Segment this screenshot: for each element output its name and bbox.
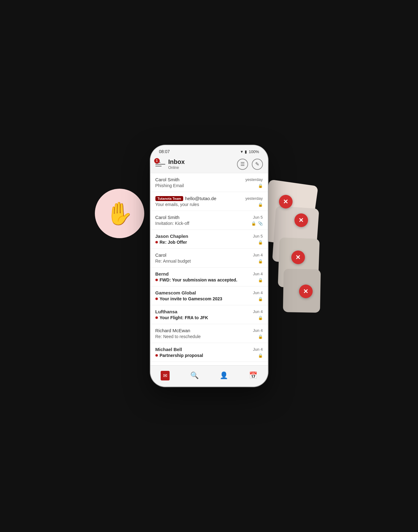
email-top-row-6: BerndJun 4 (155, 271, 263, 277)
email-item-4[interactable]: Jason ChaplenJun 5Re: Job Offer🔒 (150, 230, 268, 249)
lock-icon: 🔒 (258, 297, 263, 301)
filter-button[interactable]: ☰ (237, 159, 248, 170)
person-icon: 👤 (220, 371, 228, 380)
email-subject-4: Re: Job Offer (155, 240, 187, 245)
email-date-9: Jun 4 (253, 328, 263, 333)
email-bottom-row-10: Partnership proposal🔒 (155, 353, 263, 358)
lock-icon: 🔒 (251, 221, 256, 226)
compose-button[interactable]: ✎ (252, 159, 263, 170)
email-sender-8: Lufthansa (155, 309, 178, 314)
delete-button-3[interactable]: ✕ (291, 251, 305, 264)
unread-dot (155, 316, 158, 319)
nav-mail[interactable]: ✉ (156, 369, 174, 382)
email-subject-1: Phishing Email (155, 183, 184, 188)
nav-search[interactable]: 🔍 (185, 369, 204, 382)
status-bar: 08:07 ▾ ▮ 100% (150, 145, 268, 156)
email-icons-2: 🔒 (258, 202, 263, 207)
email-bottom-row-8: Your Flight: FRA to JFK🔒 (155, 315, 263, 320)
email-sender-9: Richard McEwan (155, 328, 190, 333)
phone: 08:07 ▾ ▮ 100% 1 Inbox Online (150, 145, 268, 387)
email-item-6[interactable]: BerndJun 4FWD: Your submission was accep… (150, 268, 268, 286)
email-item-1[interactable]: Carol SmithyesterdayPhishing Email🔒 (150, 173, 268, 192)
email-bottom-row-5: Re: Annual budget🔒 (155, 259, 263, 264)
email-bottom-row-4: Re: Job Offer🔒 (155, 240, 263, 245)
email-bottom-row-7: Your invite to Gamescom 2023🔒 (155, 296, 263, 301)
email-date-2: yesterday (245, 196, 263, 201)
email-sender-6: Bernd (155, 271, 169, 277)
scene: ✋ ✕ ✕ ✕ ✕ 08:07 ▾ ▮ 100% 1 (104, 133, 314, 399)
email-icons-8: 🔒 (258, 315, 263, 320)
email-date-7: Jun 4 (253, 290, 263, 295)
lock-icon: 🔒 (258, 334, 263, 339)
calendar-icon: 📅 (249, 371, 257, 380)
online-status: Online (168, 165, 237, 170)
email-top-row-8: LufthansaJun 4 (155, 309, 263, 314)
status-icons: ▾ ▮ 100% (241, 149, 259, 154)
email-item-5[interactable]: CarolJun 4Re: Annual budget🔒 (150, 249, 268, 268)
menu-line-2 (155, 164, 165, 165)
email-sender-3: Carol Smith (155, 215, 179, 220)
email-subject-7: Your invite to Gamescom 2023 (155, 296, 222, 301)
email-top-row-9: Richard McEwanJun 4 (155, 328, 263, 333)
search-icon: 🔍 (190, 371, 199, 380)
email-date-10: Jun 4 (253, 347, 263, 352)
menu-button[interactable]: 1 (155, 159, 165, 169)
inbox-title: Inbox (168, 158, 237, 165)
email-icons-6: 🔒 (258, 278, 263, 282)
lock-icon: 🔒 (258, 278, 263, 282)
unread-badge: 1 (154, 158, 160, 164)
lock-icon: 🔒 (258, 315, 263, 320)
hand-icon: ✋ (106, 200, 133, 227)
unread-dot (155, 279, 158, 281)
email-item-2[interactable]: Tutanota Teamhello@tutao.deyesterdayYour… (150, 192, 268, 211)
email-item-3[interactable]: Carol SmithJun 5Invitation: Kick-off🔒📎 (150, 211, 268, 230)
email-item-8[interactable]: LufthansaJun 4Your Flight: FRA to JFK🔒 (150, 305, 268, 324)
email-icons-3: 🔒📎 (251, 221, 263, 226)
email-subject-8: Your Flight: FRA to JFK (155, 315, 208, 320)
email-icons-9: 🔒 (258, 334, 263, 339)
mail-icon: ✉ (161, 371, 170, 380)
email-list: Carol SmithyesterdayPhishing Email🔒Tutan… (150, 173, 268, 365)
compose-icon: ✎ (255, 161, 259, 167)
email-item-10[interactable]: Michael BellJun 4Partnership proposal🔒 (150, 343, 268, 362)
email-subject-5: Re: Annual budget (155, 259, 191, 264)
email-top-row-4: Jason ChaplenJun 5 (155, 234, 263, 239)
delete-button-1[interactable]: ✕ (279, 195, 293, 208)
email-subject-6: FWD: Your submission was accepted. (155, 277, 238, 282)
email-date-1: yesterday (245, 177, 263, 182)
email-date-4: Jun 5 (253, 234, 263, 238)
unread-dot (155, 241, 158, 243)
tutanota-team-badge: Tutanota Team (155, 196, 184, 201)
email-item-9[interactable]: Richard McEwanJun 4Re: Need to reschedul… (150, 324, 268, 343)
lock-icon: 🔒 (258, 259, 263, 264)
lock-icon: 🔒 (258, 183, 263, 188)
unread-dot (155, 354, 158, 357)
email-date-8: Jun 4 (253, 309, 263, 314)
delete-button-2[interactable]: ✕ (294, 213, 308, 227)
unread-dot (155, 298, 158, 300)
attachment-icon: 📎 (258, 221, 263, 226)
nav-contacts[interactable]: 👤 (214, 369, 233, 382)
email-top-row-10: Michael BellJun 4 (155, 347, 263, 352)
email-item-7[interactable]: Gamescom GlobalJun 4Your invite to Games… (150, 286, 268, 305)
email-date-6: Jun 4 (253, 272, 263, 276)
header-title-area: Inbox Online (165, 158, 237, 170)
email-subject-3: Invitation: Kick-off (155, 221, 189, 226)
email-icons-1: 🔒 (258, 183, 263, 188)
email-subject-9: Re: Need to reschedule (155, 334, 201, 339)
lock-icon: 🔒 (258, 353, 263, 358)
nav-calendar[interactable]: 📅 (244, 369, 262, 382)
delete-button-4[interactable]: ✕ (299, 285, 313, 298)
header-actions: ☰ ✎ (237, 159, 263, 170)
email-bottom-row-6: FWD: Your submission was accepted.🔒 (155, 277, 263, 282)
email-subject-10: Partnership proposal (155, 353, 203, 358)
email-sender-4: Jason Chaplen (155, 234, 188, 239)
email-sender-7: Gamescom Global (155, 290, 196, 295)
email-bottom-row-9: Re: Need to reschedule🔒 (155, 334, 263, 339)
battery-percent: 100% (249, 149, 259, 154)
menu-line-3 (155, 166, 162, 166)
lock-icon: 🔒 (258, 240, 263, 245)
email-top-row-3: Carol SmithJun 5 (155, 215, 263, 220)
email-date-3: Jun 5 (253, 215, 263, 220)
email-top-row-7: Gamescom GlobalJun 4 (155, 290, 263, 295)
